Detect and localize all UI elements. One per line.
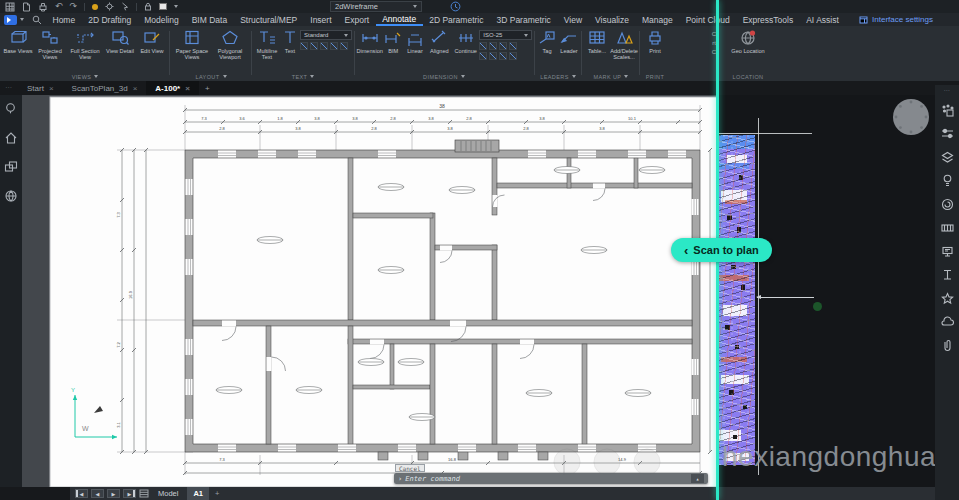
drag-handle-icon[interactable]: ⋯ — [944, 88, 951, 93]
group-label-markup[interactable]: Mark Up — [584, 72, 638, 81]
text-tool-icon[interactable] — [300, 42, 308, 50]
dimension-tool-icon[interactable] — [489, 52, 497, 60]
prev-layout-button[interactable]: ◀ — [91, 489, 104, 498]
command-input[interactable]: › Enter command ▴ — [394, 473, 708, 484]
star-icon[interactable] — [941, 292, 954, 305]
monitor-icon[interactable] — [941, 245, 954, 258]
geo-location-button[interactable]: Geo Location — [731, 26, 765, 54]
group-label-leaders[interactable]: Leaders — [536, 72, 580, 81]
dimension-button[interactable]: Dimension — [356, 26, 383, 54]
menu-modeling[interactable]: Modeling — [138, 13, 186, 26]
continue-dimension-button[interactable]: Continue — [452, 26, 479, 54]
model-tab[interactable]: Model — [152, 487, 184, 500]
view-style-select[interactable]: 2dWireframe — [330, 1, 422, 12]
app-grid-icon[interactable] — [5, 2, 15, 12]
magnifier-icon[interactable] — [4, 102, 18, 116]
group-label-views[interactable]: Views — [2, 72, 168, 81]
spiral-icon[interactable] — [941, 198, 954, 211]
view-detail-button[interactable]: View Detail — [104, 26, 136, 54]
text-tool-icon[interactable] — [310, 42, 318, 50]
properties-sliders-icon[interactable] — [941, 127, 954, 140]
close-icon[interactable]: × — [49, 84, 54, 93]
menu-export[interactable]: Export — [338, 13, 376, 26]
group-label-print[interactable]: Print — [641, 72, 669, 81]
bulb-icon[interactable] — [941, 174, 954, 187]
drawing-viewport[interactable]: 38 7.33.61.83.83.82.83.82.83.810.1 2.83.… — [22, 95, 718, 487]
drag-handle-icon[interactable]: ⋯ — [0, 84, 18, 92]
status-circle-icon[interactable] — [450, 1, 461, 12]
gear-icon[interactable] — [105, 2, 114, 11]
menu-point-cloud[interactable]: Point Cloud — [679, 13, 736, 26]
aligned-dimension-button[interactable]: Aligned — [427, 26, 452, 54]
close-icon[interactable]: × — [133, 84, 138, 93]
linear-dimension-button[interactable]: Linear — [403, 26, 426, 54]
sheet-set-icon[interactable] — [4, 160, 18, 174]
scan-to-plan-button[interactable]: ‹ Scan to plan — [671, 238, 772, 262]
cursor-icon[interactable] — [121, 2, 129, 11]
target-dot-icon[interactable] — [92, 4, 98, 10]
menu-annotate[interactable]: Annotate — [376, 13, 423, 26]
text-button[interactable]: Text — [280, 26, 300, 54]
collapse-caret-icon[interactable]: ▴ — [691, 474, 704, 483]
menu-2d-parametric[interactable]: 2D Parametric — [423, 13, 490, 26]
interface-settings-button[interactable]: Interface settings — [859, 15, 933, 24]
dimension-style-select[interactable]: ISO-25 — [479, 30, 532, 40]
film-strip-icon[interactable] — [941, 221, 954, 234]
dimension-tool-icon[interactable] — [479, 42, 487, 50]
cloud-icon[interactable] — [941, 315, 954, 328]
dimension-tool-icon[interactable] — [509, 42, 517, 50]
group-label-text[interactable]: Text — [253, 72, 353, 81]
dimension-tool-icon[interactable] — [509, 52, 517, 60]
menu-structural-mep[interactable]: Structural/MEP — [234, 13, 304, 26]
menu-insert[interactable]: Insert — [304, 13, 338, 26]
chevron-down-icon[interactable] — [20, 18, 24, 21]
print-button[interactable]: Print — [641, 26, 669, 54]
new-tab-button[interactable]: + — [199, 84, 216, 93]
undo-icon[interactable]: ↶ — [55, 2, 63, 11]
dimension-tool-icon[interactable] — [489, 42, 497, 50]
bim-dimension-button[interactable]: BIM — [383, 26, 403, 54]
tab-scantoplan-3d[interactable]: ScanToPlan_3d× — [63, 81, 147, 95]
menu-ai-assist[interactable]: AI Assist — [800, 13, 846, 26]
table-button[interactable]: Table... — [584, 26, 610, 54]
new-file-icon[interactable] — [22, 2, 31, 12]
next-layout-button[interactable]: ▶ — [107, 489, 120, 498]
text-tool-icon[interactable] — [320, 42, 328, 50]
layers-icon[interactable] — [941, 151, 954, 164]
tag-button[interactable]: Tag — [536, 26, 558, 54]
edit-view-button[interactable]: Edit View — [136, 26, 168, 54]
navigation-wheel[interactable] — [891, 97, 931, 137]
paper-space-views-button[interactable]: Paper Space Views — [173, 26, 211, 60]
add-delete-scales-button[interactable]: Add/Delete Scales... — [610, 26, 638, 60]
menu-home[interactable]: Home — [46, 13, 82, 26]
multiline-text-button[interactable]: Multiline Text — [254, 26, 280, 60]
base-views-button[interactable]: Base Views — [2, 26, 34, 54]
chevron-down-icon[interactable] — [174, 5, 178, 8]
add-layout-button[interactable]: + — [212, 489, 222, 498]
menu-bim-data[interactable]: BIM Data — [185, 13, 233, 26]
menu-manage[interactable]: Manage — [635, 13, 679, 26]
text-tool-icon[interactable] — [330, 42, 338, 50]
last-layout-button[interactable]: ▶ — [123, 489, 136, 498]
color-swatch[interactable] — [159, 3, 167, 10]
menu-view[interactable]: View — [557, 13, 588, 26]
bricscad-logo[interactable] — [4, 15, 17, 25]
menu-2d-drafting[interactable]: 2D Drafting — [82, 13, 138, 26]
leader-button[interactable]: Leader — [558, 26, 580, 54]
paperclip-icon[interactable] — [941, 339, 954, 352]
polygonal-viewport-button[interactable]: Polygonal Viewport — [211, 26, 249, 60]
sparkle-structure-icon[interactable] — [941, 104, 954, 117]
point-cloud-viewport[interactable]: hexiangdonghua — [719, 95, 935, 487]
redo-icon[interactable]: ↷ — [70, 2, 78, 11]
tab-a-100[interactable]: A-100*× — [146, 81, 199, 95]
menu-visualize[interactable]: Visualize — [589, 13, 636, 26]
layout-a1-tab[interactable]: A1 — [187, 487, 209, 500]
ibeam-icon[interactable] — [941, 268, 954, 281]
lock-icon[interactable] — [144, 2, 152, 11]
menu-expresstools[interactable]: ExpressTools — [736, 13, 800, 26]
world-icon[interactable] — [4, 189, 18, 203]
group-label-location[interactable]: Location — [724, 72, 772, 81]
close-icon[interactable]: × — [185, 84, 190, 93]
group-label-dimension[interactable]: Dimension — [356, 72, 532, 81]
projected-views-button[interactable]: Projected Views — [34, 26, 66, 60]
